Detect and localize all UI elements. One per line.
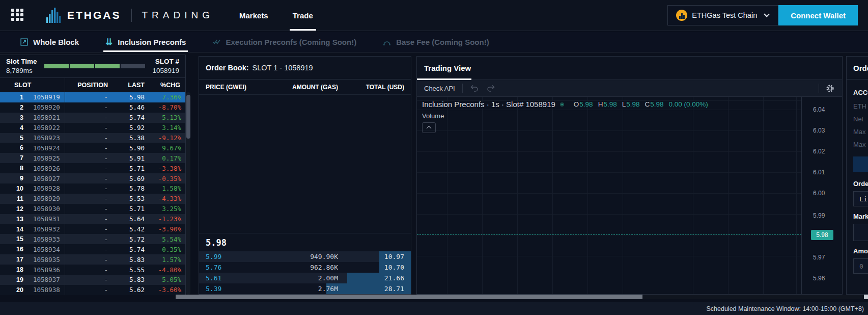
toolbar-divider bbox=[462, 84, 463, 93]
slot-table-row[interactable]: 16 1058934 - 5.74 0.35% bbox=[0, 244, 185, 254]
slot-number-cell: 1058934 bbox=[23, 246, 60, 253]
order-type-select[interactable]: Li bbox=[853, 191, 868, 206]
gear-icon[interactable] bbox=[825, 84, 835, 93]
slot-time-block: Slot Time 8,789ms bbox=[6, 57, 37, 75]
slot-time-value: 8,789ms bbox=[6, 66, 37, 75]
price-axis[interactable]: 5.98 6.046.036.026.016.005.995.975.96 bbox=[801, 97, 842, 294]
toolbar-divider bbox=[819, 84, 819, 93]
slot-number-block: SLOT # 1058919 bbox=[152, 57, 179, 75]
slot-table-row[interactable]: 3 1058921 - 5.74 5.13% bbox=[0, 113, 185, 123]
order-action-button[interactable] bbox=[853, 156, 868, 172]
percent-change-cell: -4.33% bbox=[145, 195, 185, 202]
undo-icon[interactable] bbox=[470, 85, 479, 92]
nav-item-trade[interactable]: Trade bbox=[281, 0, 325, 31]
change-value: 0.00 (0.00%) bbox=[668, 100, 708, 108]
bid-price-cell: 5.39 bbox=[206, 285, 262, 293]
percent-change-cell: -0.35% bbox=[145, 175, 185, 182]
slot-table-row[interactable]: 5 1058923 - 5.38 -9.12% bbox=[0, 133, 185, 143]
slot-progress-bar bbox=[44, 64, 146, 68]
slot-table-body: 1 1058919 - 5.98 7.36% 2 1058920 - 5.46 … bbox=[0, 92, 185, 295]
low-value: 5.98 bbox=[626, 100, 639, 108]
slot-rank-cell: 5 bbox=[0, 135, 23, 142]
bid-total-cell: 10.70 bbox=[338, 264, 404, 271]
slot-table-row[interactable]: 18 1058936 - 5.55 -4.80% bbox=[0, 265, 185, 275]
chevron-up-icon bbox=[427, 126, 432, 131]
redo-icon[interactable] bbox=[486, 85, 495, 92]
slot-table-row[interactable]: 1 1058919 - 5.98 7.36% bbox=[0, 92, 185, 102]
slot-cell-group: 1 1058919 bbox=[0, 92, 65, 102]
slot-table-row[interactable]: 2 1058920 - 5.46 -8.70% bbox=[0, 102, 185, 113]
slot-table-row[interactable]: 14 1058932 - 5.42 -3.90% bbox=[0, 224, 185, 234]
nav-item-markets[interactable]: Markets bbox=[227, 0, 281, 31]
slot-table-row[interactable]: 6 1058924 - 5.90 9.67% bbox=[0, 143, 185, 153]
check-api-button[interactable]: Check API bbox=[424, 85, 455, 92]
slot-table-row[interactable]: 13 1058931 - 5.64 -1.23% bbox=[0, 214, 185, 224]
market-input[interactable] bbox=[853, 224, 868, 241]
ohlc-values: O5.98 H5.98 L5.98 C5.98 0.00 (0.00%) bbox=[574, 100, 708, 108]
slot-table-row[interactable]: 17 1058935 - 5.83 1.57% bbox=[0, 254, 185, 265]
bid-total-cell: 21.66 bbox=[338, 274, 404, 282]
slot-table-row[interactable]: 8 1058926 - 5.71 -3.38% bbox=[0, 163, 185, 173]
column-header-total: TOTAL (USD) bbox=[338, 84, 404, 91]
slot-table-row[interactable]: 4 1058922 - 5.92 3.14% bbox=[0, 123, 185, 133]
slot-rank-cell: 7 bbox=[0, 154, 23, 162]
open-label: O bbox=[574, 100, 579, 108]
slot-number-cell: 1058925 bbox=[23, 154, 60, 162]
slot-table-row[interactable]: 12 1058930 - 5.71 3.25% bbox=[0, 204, 185, 214]
collapse-caret-button[interactable] bbox=[422, 122, 436, 133]
amount-input[interactable]: 0 bbox=[853, 258, 868, 274]
slot-table-row[interactable]: 19 1058937 - 5.83 5.05% bbox=[0, 275, 185, 285]
order-book-bid-row[interactable]: 5.39 2.76M 28.71 bbox=[199, 283, 411, 294]
slot-rank-cell: 20 bbox=[0, 286, 23, 294]
order-book-bid-row[interactable]: 5.99 949.90K 10.97 bbox=[199, 251, 411, 262]
slot-cell-group: 12 1058930 bbox=[0, 204, 65, 214]
slot-table-header: SLOT POSITION LAST %CHG bbox=[0, 78, 185, 92]
slot-cell-group: 16 1058934 bbox=[0, 244, 65, 254]
slot-rank-cell: 6 bbox=[0, 144, 23, 151]
slot-table-row[interactable]: 15 1058933 - 5.72 5.54% bbox=[0, 234, 185, 244]
percent-change-cell: 5.13% bbox=[145, 114, 185, 121]
order-book-title-value: SLOT 1 - 1058919 bbox=[253, 64, 313, 72]
horizontal-scrollbar-thumb[interactable] bbox=[176, 295, 642, 299]
bid-amount-cell: 962.86K bbox=[262, 264, 338, 271]
slot-table-row[interactable]: 9 1058927 - 5.69 -0.35% bbox=[0, 173, 185, 183]
trading-view-panel: Trading View Check API bbox=[416, 56, 843, 295]
tab-inclusion-preconfs[interactable]: ⇊ Inclusion Preconfs bbox=[92, 32, 199, 52]
high-value: 5.98 bbox=[603, 100, 617, 108]
order-book-bid-row[interactable]: 5.61 2.00M 21.66 bbox=[199, 273, 411, 283]
slot-cell-group: 19 1058937 bbox=[0, 275, 65, 285]
double-check-icon bbox=[212, 39, 220, 45]
slot-table-row[interactable]: 20 1058938 - 5.62 -3.60% bbox=[0, 285, 185, 295]
order-book-bid-row[interactable]: 5.76 962.86K 10.70 bbox=[199, 262, 411, 273]
slot-rank-cell: 11 bbox=[0, 195, 23, 202]
slot-table-scrollbar-thumb[interactable] bbox=[186, 95, 190, 139]
chain-selector[interactable]: ETHGas Test Chain bbox=[667, 5, 778, 25]
slot-rank-cell: 8 bbox=[0, 165, 23, 172]
slot-number-cell: 1058929 bbox=[23, 195, 60, 202]
position-cell: - bbox=[65, 215, 108, 223]
slot-table-row[interactable]: 7 1058925 - 5.91 0.17% bbox=[0, 153, 185, 163]
position-cell: - bbox=[65, 144, 108, 152]
chart-area[interactable]: Inclusion Preconfs · 1s · Slot# 1058919 … bbox=[417, 97, 842, 294]
slot-cell-group: 7 1058925 bbox=[0, 153, 65, 163]
low-label: L bbox=[622, 100, 626, 108]
column-header-position: POSITION bbox=[65, 82, 108, 89]
connect-wallet-button[interactable]: Connect Wallet bbox=[778, 5, 858, 25]
last-price-cell: 5.53 bbox=[108, 195, 145, 202]
apps-grid-icon[interactable] bbox=[11, 9, 24, 22]
slot-table-row[interactable]: 10 1058928 - 5.78 1.58% bbox=[0, 183, 185, 194]
tab-label: Whole Block bbox=[33, 38, 79, 46]
slot-table-row[interactable]: 11 1058929 - 5.53 -4.33% bbox=[0, 194, 185, 204]
percent-change-cell: -8.70% bbox=[145, 103, 185, 111]
chart-plot-grid[interactable] bbox=[417, 97, 801, 294]
slot-number-cell: 1058923 bbox=[23, 134, 60, 142]
percent-change-cell: 5.05% bbox=[145, 276, 185, 283]
last-price-cell: 5.74 bbox=[108, 246, 145, 253]
horizontal-scrollbar-track[interactable] bbox=[176, 295, 868, 299]
ethgas-logo-icon bbox=[46, 8, 62, 23]
tab-whole-block[interactable]: Whole Block bbox=[7, 32, 92, 52]
slot-cell-group: 4 1058922 bbox=[0, 123, 65, 133]
percent-change-cell: -3.38% bbox=[145, 165, 185, 172]
column-header-price: PRICE (GWEI) bbox=[206, 84, 262, 91]
trading-view-tab[interactable]: Trading View bbox=[417, 57, 842, 80]
